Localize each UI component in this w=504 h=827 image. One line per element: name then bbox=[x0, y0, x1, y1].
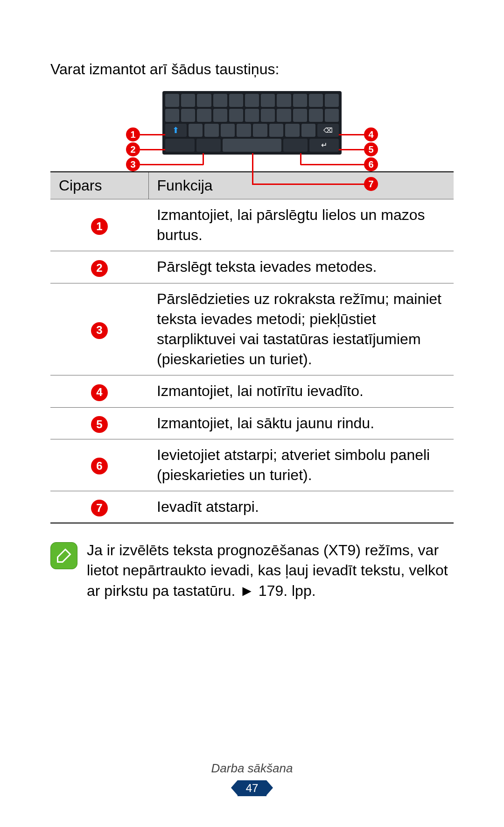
row-badge: 5 bbox=[91, 416, 108, 433]
note-block: Ja ir izvēlēts teksta prognozēšanas (XT9… bbox=[50, 540, 454, 601]
callout-5: 5 bbox=[364, 142, 378, 156]
row-function: Izmantojiet, lai sāktu jaunu rindu. bbox=[148, 407, 454, 439]
table-row: 6Ievietojiet atstarpi; atveriet simbolu … bbox=[50, 439, 454, 491]
callout-2: 2 bbox=[126, 142, 140, 156]
intro-text: Varat izmantot arī šādus taustiņus: bbox=[50, 61, 454, 78]
row-badge: 2 bbox=[91, 260, 108, 277]
footer-label: Darba sākšana bbox=[0, 761, 504, 776]
page-number: 47 bbox=[238, 780, 267, 796]
note-text: Ja ir izvēlēts teksta prognozēšanas (XT9… bbox=[87, 540, 454, 601]
table-row: 3Pārslēdzieties uz rokraksta režīmu; mai… bbox=[50, 283, 454, 375]
row-function: Pārslēdzieties uz rokraksta režīmu; main… bbox=[148, 283, 454, 375]
table-header-number: Cipars bbox=[50, 172, 148, 199]
table-row: 2Pārslēgt teksta ievades metodes. bbox=[50, 251, 454, 283]
callout-3: 3 bbox=[126, 157, 140, 171]
table-row: 4Izmantojiet, lai notīrītu ievadīto. bbox=[50, 375, 454, 407]
row-function: Ievietojiet atstarpi; atveriet simbolu p… bbox=[148, 439, 454, 491]
row-badge: 3 bbox=[91, 322, 108, 339]
row-badge: 7 bbox=[91, 500, 108, 516]
table-header-function: Funkcija bbox=[148, 172, 454, 199]
row-function: Izmantojiet, lai pārslēgtu lielos un maz… bbox=[148, 199, 454, 251]
mode-key-left bbox=[196, 139, 221, 152]
mode-key-right bbox=[283, 139, 308, 152]
table-row: 1Izmantojiet, lai pārslēgtu lielos un ma… bbox=[50, 199, 454, 251]
keyboard-illustration: ⬆⌫ ↵ 1 2 3 4 5 6 7 bbox=[50, 91, 454, 155]
backspace-key-icon: ⌫ bbox=[317, 124, 339, 137]
keyboard: ⬆⌫ ↵ bbox=[162, 91, 342, 155]
row-badge: 1 bbox=[91, 218, 108, 235]
page-footer: Darba sākšana 47 bbox=[0, 761, 504, 796]
shift-key-icon: ⬆ bbox=[165, 124, 187, 137]
row-function: Izmantojiet, lai notīrītu ievadīto. bbox=[148, 375, 454, 407]
table-row: 5Izmantojiet, lai sāktu jaunu rindu. bbox=[50, 407, 454, 439]
row-function: Ievadīt atstarpi. bbox=[148, 491, 454, 523]
row-badge: 4 bbox=[91, 384, 108, 401]
callout-6: 6 bbox=[364, 157, 378, 171]
callout-1: 1 bbox=[126, 127, 140, 141]
row-function: Pārslēgt teksta ievades metodes. bbox=[148, 251, 454, 283]
function-table: Cipars Funkcija 1Izmantojiet, lai pārslē… bbox=[50, 171, 454, 523]
table-row: 7Ievadīt atstarpi. bbox=[50, 491, 454, 523]
enter-key-icon: ↵ bbox=[309, 139, 339, 152]
row-badge: 6 bbox=[91, 458, 108, 474]
callout-4: 4 bbox=[364, 127, 378, 141]
bottom-left-key bbox=[165, 139, 195, 152]
spacebar-key bbox=[223, 139, 281, 152]
note-icon bbox=[50, 542, 77, 569]
callout-7: 7 bbox=[364, 177, 378, 191]
